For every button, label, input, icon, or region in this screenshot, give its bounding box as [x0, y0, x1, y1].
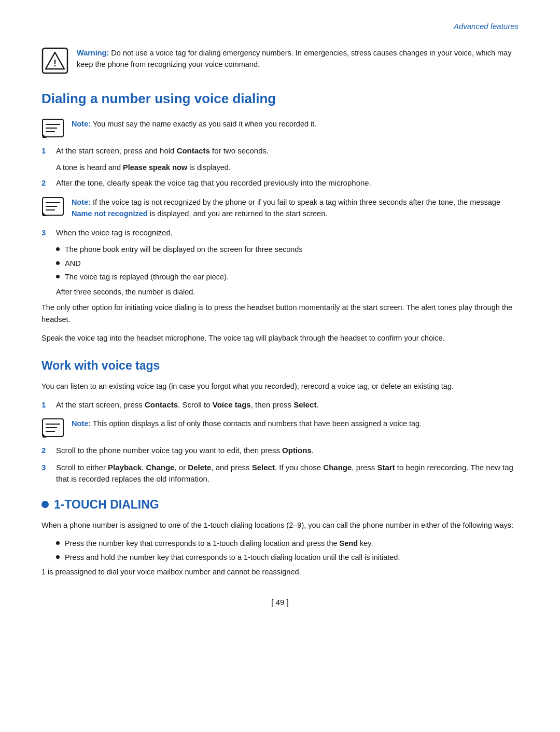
note1-label: Note: [72, 120, 91, 128]
note2-icon [41, 196, 64, 216]
bullet-item-3: The voice tag is replayed (through the e… [56, 271, 519, 283]
touch-bullet-text-1: Press the number key that corresponds to… [65, 538, 373, 549]
step2-content: After the tone, clearly speak the voice … [56, 177, 519, 189]
dialing-step-2: 2 After the tone, clearly speak the voic… [41, 177, 519, 189]
bullet-text-1: The phone book entry will be displayed o… [65, 244, 303, 255]
touch-bold-send: Send [340, 539, 358, 547]
work-note1-text: Note: This option displays a list of onl… [72, 418, 422, 429]
work-step3-content: Scroll to either Playback, Change, or De… [56, 462, 519, 485]
dialing-para1: The only other option for initiating voi… [41, 302, 519, 326]
touch-bullet-dot-2 [56, 555, 60, 559]
note2-bold: Name not recognized [72, 209, 148, 218]
step1-sub-bold: Please speak now [123, 163, 187, 172]
dialing-steps-list-2: 2 After the tone, clearly speak the voic… [41, 177, 519, 189]
touch-intro: When a phone number is assigned to one o… [41, 519, 519, 531]
note1-icon [41, 118, 64, 138]
bullet-dot-2 [56, 261, 60, 265]
work-step3-bold3: Delete [188, 463, 211, 472]
bullet-text-2: AND [65, 258, 81, 269]
touch-heading-text: 1-TOUCH DIALING [54, 496, 159, 514]
page-number: [ 49 ] [41, 597, 519, 609]
work-step1-bold2: Voice tags [213, 400, 251, 409]
touch-footer: 1 is preassigned to dial your voice mail… [41, 566, 519, 578]
after-bullets: After three seconds, the number is diale… [56, 286, 519, 298]
work-step2-num: 2 [41, 445, 56, 457]
dialing-note2-box: Note: If the voice tag is not recognized… [41, 196, 519, 220]
bullet-item-2: AND [56, 258, 519, 269]
touch-bullet-icon [41, 501, 49, 508]
work-step-1: 1 At the start screen, press Contacts. S… [41, 399, 519, 411]
note2-body-before: If the voice tag is not recognized by th… [93, 198, 500, 206]
dialing-note1-text: Note: You must say the name exactly as y… [72, 118, 316, 130]
step3-num: 3 [41, 227, 56, 239]
work-step1-bold3: Select [293, 400, 316, 409]
touch-bullets: Press the number key that corresponds to… [56, 538, 519, 563]
note2-label: Note: [72, 198, 91, 206]
work-step1-num: 1 [41, 399, 56, 411]
work-note1-label: Note: [72, 419, 91, 428]
step1-sub: A tone is heard and Please speak now is … [56, 162, 519, 173]
dialing-note2-text: Note: If the voice tag is not recognized… [72, 196, 519, 220]
dialing-steps-list-3: 3 When the voice tag is recognized, [41, 227, 519, 239]
bullet-dot-3 [56, 275, 60, 278]
work-step3-bold2: Change [146, 463, 174, 472]
note2-body-after: is displayed, and you are returned to th… [148, 209, 328, 218]
work-step1-bold1: Contacts [145, 400, 178, 409]
step3-content: When the voice tag is recognized, [56, 227, 519, 239]
dialing-note1-box: Note: You must say the name exactly as y… [41, 118, 519, 138]
touch-bullet-item-1: Press the number key that corresponds to… [56, 538, 519, 549]
dialing-step-3: 3 When the voice tag is recognized, [41, 227, 519, 239]
work-step3-bold4: Select [252, 463, 275, 472]
bullet-item-1: The phone book entry will be displayed o… [56, 244, 519, 255]
advanced-features-label: Advanced features [454, 22, 519, 31]
touch-bullet-text-2: Press and hold the number key that corre… [65, 552, 400, 563]
dialing-step-1: 1 At the start screen, press and hold Co… [41, 145, 519, 157]
bullet-text-3: The voice tag is replayed (through the e… [65, 271, 229, 283]
work-step2-content: Scroll to the phone number voice tag you… [56, 445, 519, 457]
work-steps-list-2: 2 Scroll to the phone number voice tag y… [41, 445, 519, 485]
dialing-para2: Speak the voice tag into the headset mic… [41, 332, 519, 344]
work-step-2: 2 Scroll to the phone number voice tag y… [41, 445, 519, 457]
step1-num: 1 [41, 145, 56, 157]
work-step3-bold5: Change [323, 463, 352, 472]
work-step3-bold6: Start [377, 463, 395, 472]
warning-body: Do not use a voice tag for dialing emerg… [77, 49, 511, 68]
warning-label: Warning: [77, 49, 109, 57]
work-step2-bold: Options [282, 446, 312, 455]
work-step3-bold1: Playback [108, 463, 142, 472]
step1-text-after: for two seconds. [210, 146, 269, 155]
warning-text: Warning: Do not use a voice tag for dial… [77, 47, 519, 71]
work-note1-icon [41, 418, 64, 438]
dialing-bullets: The phone book entry will be displayed o… [56, 244, 519, 283]
step2-num: 2 [41, 177, 56, 189]
touch-bullet-dot-1 [56, 541, 60, 545]
touch-section-heading: 1-TOUCH DIALING [41, 496, 519, 514]
warning-icon: ! [41, 47, 68, 74]
work-section-heading: Work with voice tags [41, 357, 519, 375]
dialing-section-heading: Dialing a number using voice dialing [41, 89, 519, 109]
note1-body: You must say the name exactly as you sai… [93, 120, 316, 128]
step1-bold: Contacts [177, 146, 210, 155]
warning-box: ! Warning: Do not use a voice tag for di… [41, 47, 519, 74]
work-step1-content: At the start screen, press Contacts. Scr… [56, 399, 519, 411]
work-steps-list: 1 At the start screen, press Contacts. S… [41, 399, 519, 411]
work-intro: You can listen to an existing voice tag … [41, 381, 519, 392]
bullet-dot-1 [56, 247, 60, 251]
work-note1-body: This option displays a list of only thos… [93, 419, 422, 428]
dialing-steps-list: 1 At the start screen, press and hold Co… [41, 145, 519, 157]
work-step3-num: 3 [41, 462, 56, 474]
step1-content: At the start screen, press and hold Cont… [56, 145, 519, 157]
page-header: Advanced features [41, 21, 519, 33]
svg-text:!: ! [53, 58, 57, 68]
work-note1-box: Note: This option displays a list of onl… [41, 418, 519, 438]
work-step-3: 3 Scroll to either Playback, Change, or … [41, 462, 519, 485]
touch-bullet-item-2: Press and hold the number key that corre… [56, 552, 519, 563]
step1-text-before: At the start screen, press and hold [56, 146, 177, 155]
